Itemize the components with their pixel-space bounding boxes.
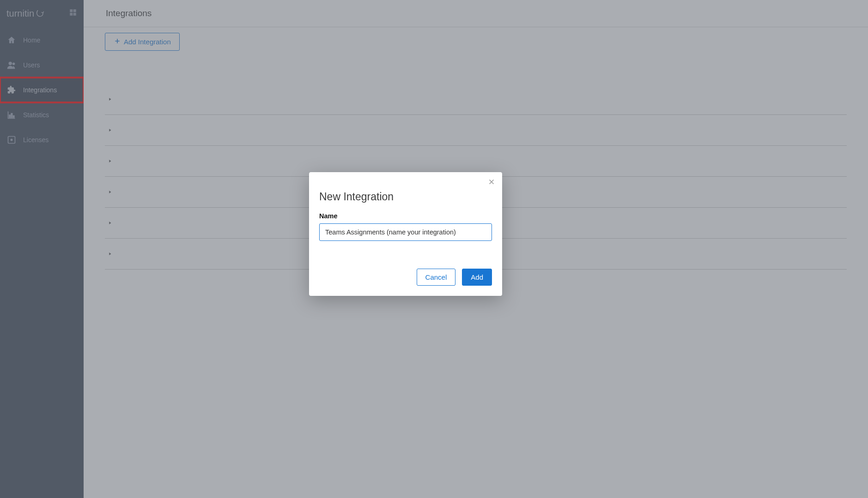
main-content: Integrations Add Integration xyxy=(84,0,868,498)
add-button[interactable]: Add xyxy=(462,269,492,286)
new-integration-modal: New Integration Name Cancel Add xyxy=(309,172,502,296)
cancel-button[interactable]: Cancel xyxy=(417,269,456,286)
modal-title: New Integration xyxy=(319,191,492,203)
modal-actions: Cancel Add xyxy=(319,269,492,286)
integration-name-input[interactable] xyxy=(319,223,492,241)
name-field-label: Name xyxy=(319,212,492,220)
close-icon[interactable] xyxy=(487,178,496,188)
modal-overlay[interactable]: New Integration Name Cancel Add xyxy=(0,0,868,498)
